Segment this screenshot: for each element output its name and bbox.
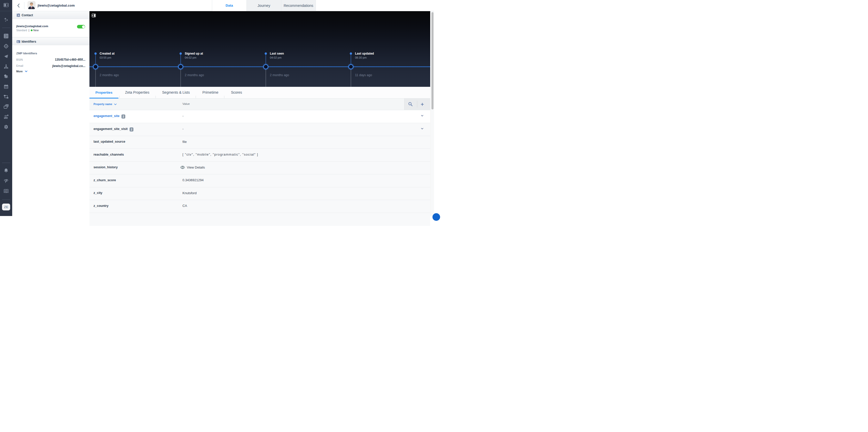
svg-text:A: A	[5, 190, 6, 192]
svg-text:2 months ago: 2 months ago	[185, 73, 204, 77]
svg-text:2 months ago: 2 months ago	[100, 73, 119, 77]
svg-text:Last seen: Last seen	[270, 52, 284, 55]
svg-text:Created at: Created at	[100, 52, 115, 55]
svg-text:11 days ago: 11 days ago	[355, 73, 372, 77]
svg-text:Signed up at: Signed up at	[185, 52, 203, 55]
svg-text:2 months ago: 2 months ago	[270, 73, 289, 77]
svg-text:04:02 pm: 04:02 pm	[270, 56, 282, 59]
svg-text:04:02 pm: 04:02 pm	[185, 56, 196, 59]
svg-text:08:30 pm: 08:30 pm	[355, 56, 367, 59]
svg-text:Last updated: Last updated	[355, 52, 374, 55]
svg-text:03:55 pm: 03:55 pm	[100, 56, 111, 59]
